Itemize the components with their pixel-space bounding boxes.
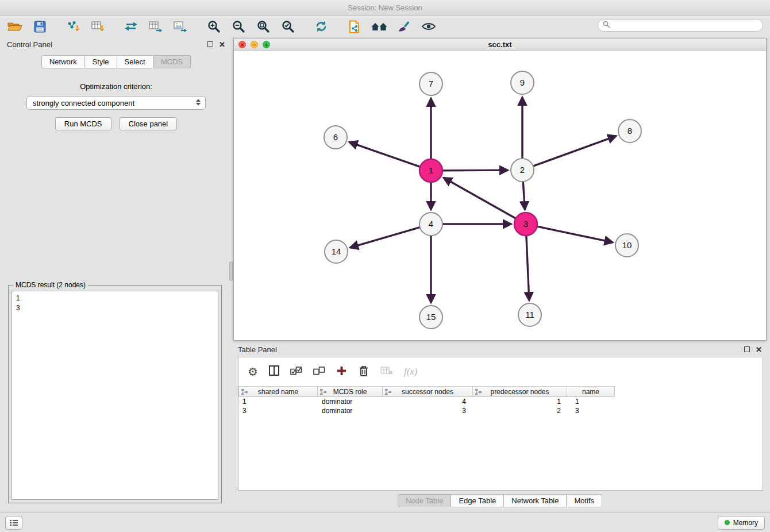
- cell-name: 3: [569, 407, 617, 415]
- network-document-icon[interactable]: [346, 19, 363, 34]
- home-views-icon[interactable]: [371, 19, 387, 34]
- window-controls: × − +: [238, 41, 270, 48]
- close-table-panel-icon[interactable]: ✕: [756, 346, 762, 353]
- network-window-titlebar[interactable]: × − + scc.txt: [234, 38, 766, 51]
- network-canvas[interactable]: 1234678910111415: [234, 51, 766, 340]
- table-row[interactable]: 1 dominator 4 1 1: [238, 397, 763, 406]
- tab-motifs[interactable]: Motifs: [567, 494, 602, 507]
- window-title: Session: New Session: [348, 3, 422, 12]
- table-row[interactable]: 3 dominator 3 2 3: [238, 406, 763, 415]
- export-table-icon[interactable]: [148, 19, 164, 34]
- column-type-icon: [320, 389, 326, 397]
- graph-edge-4-14[interactable]: [350, 228, 420, 248]
- select-all-columns-icon[interactable]: [290, 367, 302, 377]
- style-brush-icon[interactable]: [396, 19, 412, 34]
- task-history-button[interactable]: [5, 516, 22, 530]
- network-graph[interactable]: 1234678910111415: [234, 51, 766, 340]
- cell-mcds-role: dominator: [318, 398, 383, 406]
- graph-edge-3-11[interactable]: [526, 236, 529, 300]
- tab-select[interactable]: Select: [117, 55, 153, 68]
- cell-successor-nodes: 3: [383, 407, 474, 415]
- table-panel-header: Table Panel ✕: [233, 343, 767, 356]
- column-header-predecessor-nodes[interactable]: predecessor nodes: [472, 386, 567, 397]
- graph-node-label-4: 4: [429, 219, 433, 229]
- column-header-label: predecessor nodes: [490, 388, 549, 396]
- open-session-icon[interactable]: [7, 19, 23, 34]
- new-network-icon[interactable]: [123, 19, 139, 34]
- vertical-splitter-handle[interactable]: [229, 261, 233, 281]
- table-toolbar: ⚙: [238, 357, 763, 386]
- import-table-file-icon[interactable]: [90, 19, 106, 34]
- window-titlebar: Session: New Session: [0, 0, 770, 16]
- control-panel-header: Control Panel ✕: [2, 38, 230, 51]
- criterion-dropdown[interactable]: strongly connected component: [26, 96, 206, 110]
- mcds-result-list[interactable]: 1 3: [11, 291, 218, 500]
- minimize-window-icon[interactable]: −: [251, 41, 258, 48]
- list-icon: [10, 519, 18, 526]
- column-header-label: MCDS role: [333, 388, 367, 396]
- status-bar: Memory: [0, 512, 770, 532]
- export-image-icon[interactable]: [172, 19, 188, 34]
- run-mcds-button[interactable]: Run MCDS: [55, 117, 111, 130]
- table-settings-gear-icon[interactable]: ⚙: [248, 366, 258, 377]
- search-input[interactable]: [613, 21, 758, 29]
- graph-edge-3-10[interactable]: [537, 226, 613, 242]
- show-columns-icon[interactable]: [269, 365, 279, 378]
- deselect-all-columns-icon[interactable]: [313, 367, 325, 377]
- zoom-selected-icon[interactable]: [280, 19, 296, 34]
- graph-edge-3-1[interactable]: [444, 178, 516, 218]
- memory-button[interactable]: Memory: [718, 516, 765, 530]
- close-panel-button[interactable]: Close panel: [120, 117, 178, 130]
- mcds-result-title: MCDS result (2 nodes): [13, 281, 88, 289]
- graph-edge-2-8[interactable]: [533, 136, 617, 167]
- column-header-label: shared name: [258, 388, 298, 396]
- search-field[interactable]: [598, 19, 763, 32]
- cell-mcds-role: dominator: [318, 407, 383, 415]
- column-header-shared-name[interactable]: shared name: [238, 386, 318, 397]
- tab-style[interactable]: Style: [85, 55, 117, 68]
- eye-icon[interactable]: [421, 19, 437, 34]
- create-column-icon[interactable]: [336, 365, 347, 379]
- function-builder-icon-disabled: f(x): [404, 366, 418, 377]
- refresh-layout-icon[interactable]: [313, 19, 329, 34]
- tab-network[interactable]: Network: [41, 55, 85, 68]
- zoom-out-icon[interactable]: [230, 19, 247, 34]
- graph-node-label-15: 15: [426, 312, 436, 322]
- float-panel-icon[interactable]: [207, 41, 213, 47]
- main-toolbar: [0, 16, 770, 37]
- graph-node-label-1: 1: [429, 165, 433, 175]
- graph-edge-1-2[interactable]: [442, 170, 508, 171]
- application-window: Session: New Session: [0, 0, 770, 532]
- column-header-mcds-role[interactable]: MCDS role: [317, 386, 383, 397]
- control-panel-title: Control Panel: [7, 40, 52, 49]
- graph-edge-1-6[interactable]: [349, 142, 421, 167]
- column-type-icon: [385, 389, 391, 397]
- close-window-icon[interactable]: ×: [238, 41, 246, 48]
- graph-node-label-9: 9: [520, 78, 525, 87]
- close-panel-icon[interactable]: ✕: [219, 41, 225, 48]
- import-network-file-icon[interactable]: [65, 19, 81, 34]
- zoom-fit-icon[interactable]: [255, 19, 271, 34]
- memory-button-label: Memory: [733, 519, 758, 527]
- optimization-criterion-label: Optimization criterion:: [2, 82, 230, 91]
- graph-edge-2-3[interactable]: [523, 182, 525, 210]
- cell-shared-name: 1: [238, 398, 318, 406]
- zoom-in-icon[interactable]: [206, 19, 222, 34]
- column-header-label: successor nodes: [402, 388, 453, 396]
- graph-node-label-2: 2: [520, 165, 525, 175]
- control-panel: Control Panel ✕ Network Style Select MCD…: [2, 38, 230, 511]
- tab-edge-table[interactable]: Edge Table: [451, 494, 504, 507]
- table-panel-title: Table Panel: [238, 345, 277, 354]
- zoom-window-icon[interactable]: +: [263, 41, 270, 48]
- graph-node-label-10: 10: [622, 240, 632, 250]
- column-type-icon: [241, 389, 248, 397]
- column-header-successor-nodes[interactable]: successor nodes: [382, 386, 473, 397]
- tab-network-table[interactable]: Network Table: [504, 494, 567, 507]
- column-header-name[interactable]: name: [567, 386, 615, 397]
- tab-node-table[interactable]: Node Table: [398, 494, 452, 507]
- tab-mcds[interactable]: MCDS: [153, 55, 191, 68]
- float-table-panel-icon[interactable]: [744, 346, 750, 352]
- save-session-icon[interactable]: [32, 19, 48, 34]
- cell-name: 1: [569, 398, 617, 406]
- delete-column-trash-icon[interactable]: [358, 365, 369, 379]
